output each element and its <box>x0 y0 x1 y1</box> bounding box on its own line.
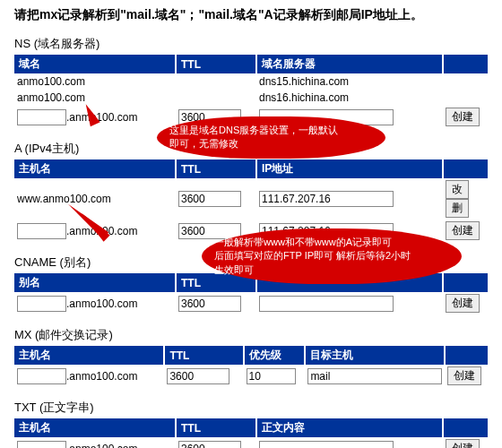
ns-domain-cell: anmo100.com <box>14 90 176 106</box>
a-create-button[interactable]: 创建 <box>446 221 480 240</box>
a-delete-button[interactable]: 删 <box>446 199 469 218</box>
a-header-blank <box>443 159 488 178</box>
ns-create-button[interactable]: 创建 <box>446 108 480 126</box>
cname-input-row: .anmo100.com 创建 <box>14 292 488 314</box>
a-modify-button[interactable]: 改 <box>446 180 469 199</box>
table-row: anmo100.com dns15.hichina.com <box>14 73 488 90</box>
mx-table: 主机名 TTL 优先级 目标主机 .anmo100.com 创建 <box>14 346 488 387</box>
ns-server-cell: dns16.hichina.com <box>256 90 443 106</box>
a-ttl-input-existing[interactable] <box>178 191 241 207</box>
txt-section-title: TXT (正文字串) <box>14 400 488 416</box>
callout-line: 一般解析带www和不带www的A记录即可 <box>214 236 449 249</box>
ns-header-row: 域名 TTL 域名服务器 <box>14 55 488 73</box>
mx-suffix: .anmo100.com <box>66 370 137 383</box>
ns-server-cell: dns15.hichina.com <box>256 73 443 90</box>
mx-header-host: 主机名 <box>14 346 164 365</box>
cname-ttl-input[interactable] <box>178 296 241 312</box>
cname-alias-input[interactable] <box>17 296 66 312</box>
mx-section-title: MX (邮件交换记录) <box>14 327 488 343</box>
txt-suffix: .anmo100.com <box>66 443 137 449</box>
mx-header-target: 目标主机 <box>305 346 445 365</box>
cname-header-blank2 <box>443 273 488 292</box>
ns-section-title: NS (域名服务器) <box>14 36 488 52</box>
ns-suffix: .anmo100.com <box>66 111 137 124</box>
ns-header-server: 域名服务器 <box>256 55 443 73</box>
txt-content-input[interactable] <box>259 441 394 449</box>
a-ip-input-existing[interactable] <box>259 191 394 207</box>
ns-host-input[interactable] <box>17 109 66 125</box>
a-host-input[interactable] <box>17 223 66 239</box>
cname-table: 别名 TTL .anmo100.com 创建 <box>14 273 488 314</box>
callout-line: 生效即可 <box>214 263 449 277</box>
mx-target-input[interactable] <box>307 368 442 384</box>
a-table: 主机名 TTL IP地址 www.anmo100.com 改删 .anmo100… <box>14 159 488 242</box>
mx-host-input[interactable] <box>17 368 66 384</box>
a-header-host: 主机名 <box>14 159 176 178</box>
txt-header-row: 主机名 TTL 正文内容 <box>14 418 488 437</box>
txt-table: 主机名 TTL 正文内容 .anmo100.com 创建 <box>14 418 488 448</box>
mx-header-pri: 优先级 <box>244 346 306 365</box>
cname-suffix: .anmo100.com <box>66 297 137 310</box>
mx-pri-input[interactable] <box>247 368 296 384</box>
mx-ttl-input[interactable] <box>167 368 229 384</box>
callout-line: 即可，无需修改 <box>169 137 373 151</box>
callout-a-record-note: 一般解析带www和不带www的A记录即可 后面填写对应的FTP IP即可 解析后… <box>202 228 462 284</box>
callout-line: 后面填写对应的FTP IP即可 解析后等待2小时 <box>214 249 449 263</box>
mx-create-button[interactable]: 创建 <box>447 366 481 385</box>
txt-header-ttl: TTL <box>176 418 256 437</box>
cname-target-input[interactable] <box>259 296 394 312</box>
a-header-row: 主机名 TTL IP地址 <box>14 159 488 178</box>
a-header-ttl: TTL <box>176 159 256 178</box>
ns-header-blank <box>443 55 488 73</box>
txt-create-button[interactable]: 创建 <box>446 439 480 448</box>
mx-header-blank <box>445 346 488 365</box>
mx-input-row: .anmo100.com 创建 <box>14 365 488 387</box>
txt-header-blank <box>443 418 488 437</box>
callout-line: 这里是域名DNS服务器设置，一般默认 <box>169 124 373 137</box>
callout-dns-note: 这里是域名DNS服务器设置，一般默认 即可，无需修改 <box>157 116 385 159</box>
a-header-ip: IP地址 <box>256 159 443 178</box>
txt-header-host: 主机名 <box>14 418 176 437</box>
txt-header-content: 正文内容 <box>256 418 443 437</box>
txt-host-input[interactable] <box>17 441 66 449</box>
ns-header-ttl: TTL <box>176 55 256 73</box>
txt-input-row: .anmo100.com 创建 <box>14 437 488 448</box>
ns-domain-cell: anmo100.com <box>14 73 176 90</box>
a-host-cell: www.anmo100.com <box>14 178 176 220</box>
page-instruction: 请把mx记录解析到"mail.域名"；"mail.域名"A记录解析到邮局IP地址… <box>14 7 488 23</box>
cname-header-alias: 别名 <box>14 273 176 292</box>
txt-ttl-input[interactable] <box>178 441 241 449</box>
ns-header-domain: 域名 <box>14 55 176 73</box>
mx-header-ttl: TTL <box>164 346 243 365</box>
cname-create-button[interactable]: 创建 <box>446 294 480 313</box>
mx-header-row: 主机名 TTL 优先级 目标主机 <box>14 346 488 365</box>
